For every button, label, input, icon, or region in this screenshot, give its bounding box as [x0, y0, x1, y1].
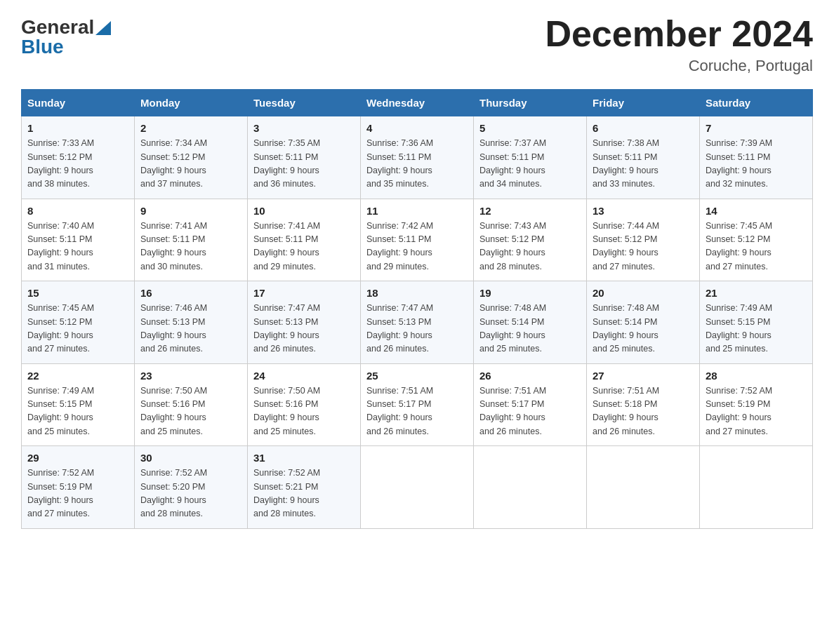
day-number: 16 [140, 287, 241, 299]
day-info: Sunrise: 7:50 AM Sunset: 5:16 PM Dayligh… [140, 384, 241, 439]
calendar-cell: 4Sunrise: 7:36 AM Sunset: 5:11 PM Daylig… [361, 116, 474, 199]
day-number: 4 [366, 122, 468, 134]
day-info: Sunrise: 7:50 AM Sunset: 5:16 PM Dayligh… [253, 384, 355, 439]
calendar-week-row: 22Sunrise: 7:49 AM Sunset: 5:15 PM Dayli… [22, 363, 813, 446]
calendar-header-wednesday: Wednesday [361, 90, 474, 116]
calendar-week-row: 15Sunrise: 7:45 AM Sunset: 5:12 PM Dayli… [22, 281, 813, 364]
day-info: Sunrise: 7:42 AM Sunset: 5:11 PM Dayligh… [366, 220, 468, 274]
day-number: 23 [140, 370, 241, 382]
calendar-cell: 27Sunrise: 7:51 AM Sunset: 5:18 PM Dayli… [587, 363, 700, 446]
calendar-cell: 21Sunrise: 7:49 AM Sunset: 5:15 PM Dayli… [700, 281, 813, 364]
calendar-cell: 1Sunrise: 7:33 AM Sunset: 5:12 PM Daylig… [22, 116, 135, 199]
calendar-cell: 22Sunrise: 7:49 AM Sunset: 5:15 PM Dayli… [22, 363, 135, 446]
header: General Blue December 2024 Coruche, Port… [21, 14, 813, 75]
day-info: Sunrise: 7:35 AM Sunset: 5:11 PM Dayligh… [253, 137, 355, 192]
logo-blue-text: Blue [21, 37, 64, 57]
day-number: 11 [366, 205, 468, 217]
day-info: Sunrise: 7:52 AM Sunset: 5:21 PM Dayligh… [253, 467, 355, 521]
day-info: Sunrise: 7:41 AM Sunset: 5:11 PM Dayligh… [140, 220, 241, 274]
day-number: 14 [706, 205, 807, 217]
calendar-cell: 11Sunrise: 7:42 AM Sunset: 5:11 PM Dayli… [361, 199, 474, 281]
day-number: 21 [706, 287, 807, 299]
calendar-cell: 16Sunrise: 7:46 AM Sunset: 5:13 PM Dayli… [135, 281, 248, 364]
day-info: Sunrise: 7:51 AM Sunset: 5:17 PM Dayligh… [479, 384, 581, 439]
calendar-cell: 7Sunrise: 7:39 AM Sunset: 5:11 PM Daylig… [700, 116, 813, 199]
day-number: 28 [706, 370, 807, 382]
day-number: 18 [366, 287, 468, 299]
calendar-cell: 15Sunrise: 7:45 AM Sunset: 5:12 PM Dayli… [22, 281, 135, 364]
day-info: Sunrise: 7:39 AM Sunset: 5:11 PM Dayligh… [706, 137, 807, 192]
calendar-title: December 2024 [545, 14, 813, 54]
calendar-cell: 17Sunrise: 7:47 AM Sunset: 5:13 PM Dayli… [248, 281, 361, 364]
day-number: 1 [27, 122, 128, 134]
logo: General Blue [21, 14, 111, 57]
day-number: 30 [140, 452, 241, 464]
calendar-cell: 29Sunrise: 7:52 AM Sunset: 5:19 PM Dayli… [22, 446, 135, 529]
calendar-cell: 31Sunrise: 7:52 AM Sunset: 5:21 PM Dayli… [248, 446, 361, 529]
day-number: 27 [593, 370, 694, 382]
logo-general-text: General [21, 18, 94, 37]
calendar-cell: 18Sunrise: 7:47 AM Sunset: 5:13 PM Dayli… [361, 281, 474, 364]
day-info: Sunrise: 7:38 AM Sunset: 5:11 PM Dayligh… [593, 137, 694, 192]
day-number: 10 [253, 205, 355, 217]
logo-triangle-icon [95, 21, 111, 35]
calendar-cell: 28Sunrise: 7:52 AM Sunset: 5:19 PM Dayli… [700, 363, 813, 446]
calendar-cell [700, 446, 813, 529]
day-info: Sunrise: 7:45 AM Sunset: 5:12 PM Dayligh… [27, 302, 128, 356]
day-number: 26 [479, 370, 581, 382]
day-info: Sunrise: 7:49 AM Sunset: 5:15 PM Dayligh… [27, 384, 128, 439]
day-info: Sunrise: 7:41 AM Sunset: 5:11 PM Dayligh… [253, 220, 355, 274]
calendar-cell [474, 446, 587, 529]
calendar-cell: 25Sunrise: 7:51 AM Sunset: 5:17 PM Dayli… [361, 363, 474, 446]
day-number: 31 [253, 452, 355, 464]
calendar-header-saturday: Saturday [700, 90, 813, 116]
day-number: 25 [366, 370, 468, 382]
day-info: Sunrise: 7:46 AM Sunset: 5:13 PM Dayligh… [140, 302, 241, 356]
calendar-cell: 9Sunrise: 7:41 AM Sunset: 5:11 PM Daylig… [135, 199, 248, 281]
calendar-cell: 20Sunrise: 7:48 AM Sunset: 5:14 PM Dayli… [587, 281, 700, 364]
day-info: Sunrise: 7:47 AM Sunset: 5:13 PM Dayligh… [366, 302, 468, 356]
calendar-cell: 19Sunrise: 7:48 AM Sunset: 5:14 PM Dayli… [474, 281, 587, 364]
calendar-cell: 24Sunrise: 7:50 AM Sunset: 5:16 PM Dayli… [248, 363, 361, 446]
day-number: 8 [27, 205, 128, 217]
calendar-header-row: SundayMondayTuesdayWednesdayThursdayFrid… [22, 90, 813, 116]
calendar-subtitle: Coruche, Portugal [545, 57, 813, 75]
day-number: 13 [593, 205, 694, 217]
day-number: 12 [479, 205, 581, 217]
calendar-cell [587, 446, 700, 529]
day-info: Sunrise: 7:34 AM Sunset: 5:12 PM Dayligh… [140, 137, 241, 192]
day-info: Sunrise: 7:37 AM Sunset: 5:11 PM Dayligh… [479, 137, 581, 192]
day-info: Sunrise: 7:51 AM Sunset: 5:17 PM Dayligh… [366, 384, 468, 439]
calendar-week-row: 29Sunrise: 7:52 AM Sunset: 5:19 PM Dayli… [22, 446, 813, 529]
day-number: 6 [593, 122, 694, 134]
day-info: Sunrise: 7:44 AM Sunset: 5:12 PM Dayligh… [593, 220, 694, 274]
day-info: Sunrise: 7:48 AM Sunset: 5:14 PM Dayligh… [593, 302, 694, 356]
calendar-cell: 8Sunrise: 7:40 AM Sunset: 5:11 PM Daylig… [22, 199, 135, 281]
calendar-table: SundayMondayTuesdayWednesdayThursdayFrid… [21, 89, 813, 529]
calendar-header-tuesday: Tuesday [248, 90, 361, 116]
calendar-cell: 6Sunrise: 7:38 AM Sunset: 5:11 PM Daylig… [587, 116, 700, 199]
day-number: 24 [253, 370, 355, 382]
day-info: Sunrise: 7:48 AM Sunset: 5:14 PM Dayligh… [479, 302, 581, 356]
title-area: December 2024 Coruche, Portugal [545, 14, 813, 75]
day-info: Sunrise: 7:47 AM Sunset: 5:13 PM Dayligh… [253, 302, 355, 356]
calendar-week-row: 8Sunrise: 7:40 AM Sunset: 5:11 PM Daylig… [22, 199, 813, 281]
calendar-cell: 13Sunrise: 7:44 AM Sunset: 5:12 PM Dayli… [587, 199, 700, 281]
day-info: Sunrise: 7:40 AM Sunset: 5:11 PM Dayligh… [27, 220, 128, 274]
day-number: 20 [593, 287, 694, 299]
day-number: 17 [253, 287, 355, 299]
calendar-cell: 10Sunrise: 7:41 AM Sunset: 5:11 PM Dayli… [248, 199, 361, 281]
day-number: 22 [27, 370, 128, 382]
day-number: 3 [253, 122, 355, 134]
calendar-header-friday: Friday [587, 90, 700, 116]
day-info: Sunrise: 7:52 AM Sunset: 5:20 PM Dayligh… [140, 467, 241, 521]
day-info: Sunrise: 7:33 AM Sunset: 5:12 PM Dayligh… [27, 137, 128, 192]
calendar-header-monday: Monday [135, 90, 248, 116]
day-number: 9 [140, 205, 241, 217]
calendar-cell: 14Sunrise: 7:45 AM Sunset: 5:12 PM Dayli… [700, 199, 813, 281]
day-number: 15 [27, 287, 128, 299]
calendar-header-thursday: Thursday [474, 90, 587, 116]
calendar-cell: 23Sunrise: 7:50 AM Sunset: 5:16 PM Dayli… [135, 363, 248, 446]
day-number: 7 [706, 122, 807, 134]
calendar-cell: 2Sunrise: 7:34 AM Sunset: 5:12 PM Daylig… [135, 116, 248, 199]
